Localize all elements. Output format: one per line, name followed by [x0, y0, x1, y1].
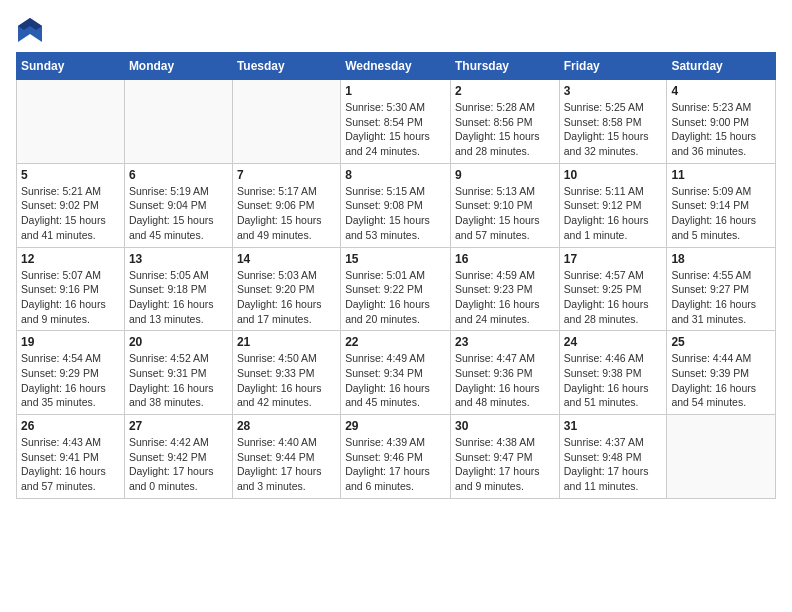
day-info: Sunrise: 5:09 AM Sunset: 9:14 PM Dayligh…: [671, 184, 771, 243]
day-number: 28: [237, 419, 336, 433]
day-number: 29: [345, 419, 446, 433]
day-number: 18: [671, 252, 771, 266]
day-info: Sunrise: 4:37 AM Sunset: 9:48 PM Dayligh…: [564, 435, 663, 494]
day-number: 4: [671, 84, 771, 98]
day-number: 15: [345, 252, 446, 266]
calendar-cell: 28Sunrise: 4:40 AM Sunset: 9:44 PM Dayli…: [232, 415, 340, 499]
calendar-cell: 20Sunrise: 4:52 AM Sunset: 9:31 PM Dayli…: [124, 331, 232, 415]
day-info: Sunrise: 4:43 AM Sunset: 9:41 PM Dayligh…: [21, 435, 120, 494]
calendar-cell: 5Sunrise: 5:21 AM Sunset: 9:02 PM Daylig…: [17, 163, 125, 247]
day-info: Sunrise: 4:52 AM Sunset: 9:31 PM Dayligh…: [129, 351, 228, 410]
calendar-cell: 8Sunrise: 5:15 AM Sunset: 9:08 PM Daylig…: [341, 163, 451, 247]
day-info: Sunrise: 4:38 AM Sunset: 9:47 PM Dayligh…: [455, 435, 555, 494]
day-number: 20: [129, 335, 228, 349]
calendar-cell: [232, 80, 340, 164]
calendar-table: SundayMondayTuesdayWednesdayThursdayFrid…: [16, 52, 776, 499]
day-number: 9: [455, 168, 555, 182]
day-number: 10: [564, 168, 663, 182]
calendar-cell: 25Sunrise: 4:44 AM Sunset: 9:39 PM Dayli…: [667, 331, 776, 415]
calendar-cell: 2Sunrise: 5:28 AM Sunset: 8:56 PM Daylig…: [450, 80, 559, 164]
day-number: 16: [455, 252, 555, 266]
calendar-cell: 26Sunrise: 4:43 AM Sunset: 9:41 PM Dayli…: [17, 415, 125, 499]
day-number: 3: [564, 84, 663, 98]
col-header-tuesday: Tuesday: [232, 53, 340, 80]
day-number: 17: [564, 252, 663, 266]
day-info: Sunrise: 5:15 AM Sunset: 9:08 PM Dayligh…: [345, 184, 446, 243]
day-info: Sunrise: 5:11 AM Sunset: 9:12 PM Dayligh…: [564, 184, 663, 243]
day-info: Sunrise: 5:03 AM Sunset: 9:20 PM Dayligh…: [237, 268, 336, 327]
col-header-wednesday: Wednesday: [341, 53, 451, 80]
logo: [16, 16, 46, 44]
calendar-week-row: 1Sunrise: 5:30 AM Sunset: 8:54 PM Daylig…: [17, 80, 776, 164]
logo-icon: [16, 16, 44, 44]
day-number: 1: [345, 84, 446, 98]
calendar-cell: 1Sunrise: 5:30 AM Sunset: 8:54 PM Daylig…: [341, 80, 451, 164]
day-number: 25: [671, 335, 771, 349]
day-info: Sunrise: 5:17 AM Sunset: 9:06 PM Dayligh…: [237, 184, 336, 243]
calendar-cell: [667, 415, 776, 499]
day-info: Sunrise: 5:21 AM Sunset: 9:02 PM Dayligh…: [21, 184, 120, 243]
day-number: 24: [564, 335, 663, 349]
day-number: 14: [237, 252, 336, 266]
calendar-cell: 15Sunrise: 5:01 AM Sunset: 9:22 PM Dayli…: [341, 247, 451, 331]
calendar-cell: 24Sunrise: 4:46 AM Sunset: 9:38 PM Dayli…: [559, 331, 667, 415]
day-info: Sunrise: 4:49 AM Sunset: 9:34 PM Dayligh…: [345, 351, 446, 410]
calendar-cell: [124, 80, 232, 164]
day-info: Sunrise: 4:57 AM Sunset: 9:25 PM Dayligh…: [564, 268, 663, 327]
calendar-cell: 21Sunrise: 4:50 AM Sunset: 9:33 PM Dayli…: [232, 331, 340, 415]
calendar-cell: 17Sunrise: 4:57 AM Sunset: 9:25 PM Dayli…: [559, 247, 667, 331]
calendar-cell: 14Sunrise: 5:03 AM Sunset: 9:20 PM Dayli…: [232, 247, 340, 331]
calendar-cell: 12Sunrise: 5:07 AM Sunset: 9:16 PM Dayli…: [17, 247, 125, 331]
day-number: 7: [237, 168, 336, 182]
calendar-cell: 7Sunrise: 5:17 AM Sunset: 9:06 PM Daylig…: [232, 163, 340, 247]
day-number: 22: [345, 335, 446, 349]
calendar-cell: 13Sunrise: 5:05 AM Sunset: 9:18 PM Dayli…: [124, 247, 232, 331]
day-number: 19: [21, 335, 120, 349]
day-number: 26: [21, 419, 120, 433]
calendar-cell: 10Sunrise: 5:11 AM Sunset: 9:12 PM Dayli…: [559, 163, 667, 247]
calendar-header-row: SundayMondayTuesdayWednesdayThursdayFrid…: [17, 53, 776, 80]
calendar-cell: 22Sunrise: 4:49 AM Sunset: 9:34 PM Dayli…: [341, 331, 451, 415]
calendar-week-row: 12Sunrise: 5:07 AM Sunset: 9:16 PM Dayli…: [17, 247, 776, 331]
col-header-friday: Friday: [559, 53, 667, 80]
day-info: Sunrise: 4:46 AM Sunset: 9:38 PM Dayligh…: [564, 351, 663, 410]
day-number: 12: [21, 252, 120, 266]
day-number: 6: [129, 168, 228, 182]
col-header-sunday: Sunday: [17, 53, 125, 80]
calendar-cell: 16Sunrise: 4:59 AM Sunset: 9:23 PM Dayli…: [450, 247, 559, 331]
day-number: 27: [129, 419, 228, 433]
day-info: Sunrise: 5:25 AM Sunset: 8:58 PM Dayligh…: [564, 100, 663, 159]
day-info: Sunrise: 5:23 AM Sunset: 9:00 PM Dayligh…: [671, 100, 771, 159]
day-number: 13: [129, 252, 228, 266]
calendar-cell: 9Sunrise: 5:13 AM Sunset: 9:10 PM Daylig…: [450, 163, 559, 247]
calendar-cell: 18Sunrise: 4:55 AM Sunset: 9:27 PM Dayli…: [667, 247, 776, 331]
day-info: Sunrise: 5:01 AM Sunset: 9:22 PM Dayligh…: [345, 268, 446, 327]
day-number: 21: [237, 335, 336, 349]
calendar-cell: [17, 80, 125, 164]
calendar-cell: 4Sunrise: 5:23 AM Sunset: 9:00 PM Daylig…: [667, 80, 776, 164]
calendar-cell: 27Sunrise: 4:42 AM Sunset: 9:42 PM Dayli…: [124, 415, 232, 499]
day-info: Sunrise: 5:28 AM Sunset: 8:56 PM Dayligh…: [455, 100, 555, 159]
day-info: Sunrise: 4:59 AM Sunset: 9:23 PM Dayligh…: [455, 268, 555, 327]
day-number: 31: [564, 419, 663, 433]
day-info: Sunrise: 4:54 AM Sunset: 9:29 PM Dayligh…: [21, 351, 120, 410]
calendar-cell: 19Sunrise: 4:54 AM Sunset: 9:29 PM Dayli…: [17, 331, 125, 415]
calendar-cell: 3Sunrise: 5:25 AM Sunset: 8:58 PM Daylig…: [559, 80, 667, 164]
day-info: Sunrise: 5:05 AM Sunset: 9:18 PM Dayligh…: [129, 268, 228, 327]
day-number: 5: [21, 168, 120, 182]
calendar-cell: 23Sunrise: 4:47 AM Sunset: 9:36 PM Dayli…: [450, 331, 559, 415]
calendar-week-row: 26Sunrise: 4:43 AM Sunset: 9:41 PM Dayli…: [17, 415, 776, 499]
day-info: Sunrise: 4:40 AM Sunset: 9:44 PM Dayligh…: [237, 435, 336, 494]
day-info: Sunrise: 4:44 AM Sunset: 9:39 PM Dayligh…: [671, 351, 771, 410]
day-number: 30: [455, 419, 555, 433]
day-info: Sunrise: 4:39 AM Sunset: 9:46 PM Dayligh…: [345, 435, 446, 494]
day-info: Sunrise: 5:30 AM Sunset: 8:54 PM Dayligh…: [345, 100, 446, 159]
day-info: Sunrise: 5:07 AM Sunset: 9:16 PM Dayligh…: [21, 268, 120, 327]
col-header-thursday: Thursday: [450, 53, 559, 80]
calendar-cell: 11Sunrise: 5:09 AM Sunset: 9:14 PM Dayli…: [667, 163, 776, 247]
day-info: Sunrise: 4:55 AM Sunset: 9:27 PM Dayligh…: [671, 268, 771, 327]
day-info: Sunrise: 4:42 AM Sunset: 9:42 PM Dayligh…: [129, 435, 228, 494]
col-header-monday: Monday: [124, 53, 232, 80]
day-number: 11: [671, 168, 771, 182]
day-info: Sunrise: 5:19 AM Sunset: 9:04 PM Dayligh…: [129, 184, 228, 243]
